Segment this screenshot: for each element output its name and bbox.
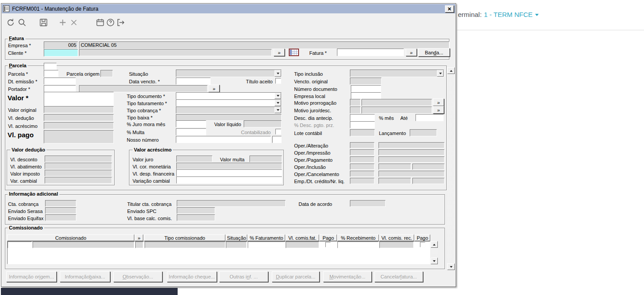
dt-emissao-input[interactable]	[44, 78, 76, 85]
calendar-icon[interactable]	[96, 18, 105, 27]
juro-mora-input[interactable]	[176, 120, 206, 127]
col-header-vl-comis-rec[interactable]: Vl. comis. rec.	[379, 234, 414, 241]
situacao-select[interactable]	[176, 70, 282, 77]
motivo-juro-field	[361, 107, 432, 114]
valor-input[interactable]	[44, 92, 114, 107]
grid-icon-button[interactable]	[289, 49, 299, 56]
variacao-cambial-input[interactable]	[176, 176, 282, 184]
vl-desp-financeira-input[interactable]	[176, 169, 282, 176]
scrollbar-track[interactable]	[431, 248, 438, 258]
col-header-vl-comis-fat[interactable]: Vl. comis.fat.	[286, 234, 319, 241]
col-header-lookup[interactable]: »	[135, 234, 143, 241]
multa-input[interactable]	[176, 128, 206, 135]
outras-inf-button[interactable]: Outras inf. ...	[219, 271, 268, 282]
parcela-group-label: Parcela	[8, 63, 28, 69]
emp-dt-credito-field-2	[412, 178, 445, 184]
refresh-icon[interactable]	[6, 18, 15, 27]
pct-desc-pgto-input[interactable]	[350, 121, 375, 128]
oper-impressao-field	[378, 149, 445, 156]
chevron-down-icon[interactable]	[437, 70, 444, 77]
oper-inclusao-label: Oper./Inclusão	[294, 164, 326, 170]
cta-cobranca-label: Cta. cobrança	[8, 201, 38, 207]
portador-input[interactable]	[44, 85, 76, 92]
row-pago-fat-checkbox[interactable]	[325, 242, 331, 247]
scroll-down-button[interactable]	[447, 263, 455, 270]
col-header-situacao[interactable]: Situação	[226, 234, 247, 241]
juro-mora-label: % Juro mora mês	[127, 122, 165, 127]
delete-icon[interactable]	[69, 18, 79, 27]
row-tipo-comissionado-cell	[145, 242, 225, 248]
portador-lookup-button[interactable]: »	[208, 85, 220, 92]
tipo-baixa-field	[176, 114, 282, 121]
enviado-equifax-field	[45, 214, 76, 221]
tipo-documento-label: Tipo documento *	[127, 94, 165, 99]
comissionado-scrollbar[interactable]	[431, 241, 438, 264]
add-icon[interactable]	[58, 18, 67, 27]
vl-deducao-field	[44, 114, 114, 121]
row-comissionado-code-cell[interactable]	[8, 242, 32, 248]
observacao-button[interactable]: Observação...	[113, 271, 162, 282]
col-header-pago-fat[interactable]: Pago	[320, 234, 337, 241]
col-header-pago-rec[interactable]: Pago	[415, 234, 430, 241]
numero-documento-input[interactable]	[351, 85, 381, 92]
parcela-input[interactable]	[44, 70, 58, 77]
row-pct-recebimento-cell[interactable]	[337, 242, 378, 248]
informacao-baixa-button[interactable]: Informação baixa...	[60, 271, 110, 282]
cliente-label: Cliente *	[8, 50, 27, 56]
fatura-input[interactable]	[337, 49, 404, 56]
titlebar[interactable]: FCRFM001 - Manutenção de Fatura ✕	[2, 4, 455, 13]
exit-icon[interactable]	[116, 18, 125, 27]
chevron-down-icon[interactable]	[274, 93, 281, 99]
cancelar-fatura-button[interactable]: Cancelar fatura...	[374, 271, 423, 282]
chevron-down-icon[interactable]	[274, 100, 281, 106]
desc-dia-antecip-input[interactable]	[350, 114, 375, 121]
movimentacao-button[interactable]: Movimentação...	[323, 271, 372, 282]
row-pct-faturamento-cell[interactable]	[248, 242, 285, 248]
valor-multa-label: Valor multa	[220, 157, 245, 163]
col-header-pct-recebimento[interactable]: % Recebimento	[337, 234, 379, 241]
col-header-tipo-comissionado[interactable]: Tipo comissionado	[144, 234, 225, 241]
save-icon[interactable]	[39, 18, 48, 27]
scrollbar-track[interactable]	[447, 74, 455, 263]
fatura-lookup-button[interactable]: »	[406, 49, 417, 56]
col-header-comissionado[interactable]: Comissionado	[7, 234, 134, 241]
tipo-faturamento-select[interactable]	[176, 99, 282, 107]
data-vencto-input[interactable]	[176, 78, 211, 85]
tipo-documento-select[interactable]	[176, 92, 282, 99]
terminal-selector[interactable]: erminal: 1 - TERM NFCE	[458, 11, 539, 18]
valor-imposto-label: Valor imposto	[10, 171, 40, 177]
duplicar-parcela-button[interactable]: Duplicar parcela...	[272, 271, 320, 282]
vl-acrescimo-field	[44, 122, 114, 129]
chevron-down-icon[interactable]	[274, 107, 281, 113]
ate-label: Até	[400, 115, 408, 121]
informacao-cheque-button[interactable]: Informação cheque...	[167, 271, 217, 282]
help-icon[interactable]	[106, 18, 115, 27]
informacao-origem-button[interactable]: Informação origem...	[6, 271, 57, 282]
valor-juro-field	[176, 156, 212, 162]
motivo-prorrogacao-lookup-button[interactable]: »	[433, 98, 444, 106]
scroll-up-button[interactable]	[431, 241, 438, 248]
row-pago-rec-checkbox[interactable]	[420, 242, 425, 247]
oper-inclusao-field-2	[412, 164, 445, 170]
tipo-inclusao-select[interactable]	[350, 70, 444, 77]
scroll-down-button[interactable]	[431, 258, 438, 264]
cliente-lookup-button[interactable]: »	[274, 49, 285, 56]
close-button[interactable]: ✕	[445, 5, 454, 12]
titulo-aceito-checkbox[interactable]	[275, 78, 281, 84]
tipo-cobranca-select[interactable]	[176, 107, 282, 114]
chevron-down-icon	[535, 14, 539, 16]
cliente-input[interactable]	[44, 49, 78, 57]
scroll-up-button[interactable]	[447, 67, 455, 74]
search-icon[interactable]	[17, 18, 27, 27]
chevron-down-icon[interactable]	[274, 70, 281, 77]
motivo-juro-lookup-button[interactable]: »	[433, 106, 444, 114]
banda-button[interactable]: Banda...	[418, 48, 450, 57]
form-scrollbar[interactable]	[447, 67, 455, 270]
col-header-pct-faturamento[interactable]: % Faturamento	[248, 234, 285, 241]
fatura-window: FCRFM001 - Manutenção de Fatura ✕ Fatura…	[1, 3, 456, 287]
nosso-numero-input[interactable]	[176, 136, 271, 143]
valor-multa-field	[249, 156, 282, 162]
data-acordo-field	[350, 200, 386, 207]
ate-input[interactable]	[415, 114, 444, 121]
empresa-local-input[interactable]	[351, 92, 381, 99]
